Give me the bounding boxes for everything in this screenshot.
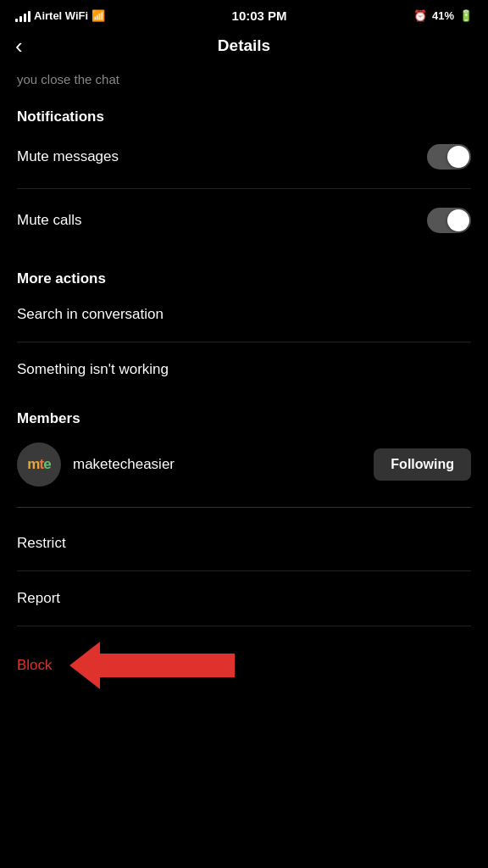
toggle-knob-2 xyxy=(447,209,469,231)
status-left: Airtel WiFi 📶 xyxy=(15,9,105,22)
restrict-row[interactable]: Restrict xyxy=(17,516,471,570)
status-time: 10:03 PM xyxy=(232,8,287,23)
content-area: you close the chat Notifications Mute me… xyxy=(0,67,488,393)
avatar: mte xyxy=(17,442,61,487)
signal-icon xyxy=(15,10,30,22)
mute-messages-toggle[interactable] xyxy=(427,144,471,170)
members-title: Members xyxy=(17,402,471,431)
block-row[interactable]: Block xyxy=(17,626,471,704)
search-in-conversation-row[interactable]: Search in conversation xyxy=(17,291,471,338)
something-not-working-row[interactable]: Something isn't working xyxy=(17,346,471,393)
arrow-annotation xyxy=(69,642,235,689)
arrow-head xyxy=(69,642,100,689)
status-bar: Airtel WiFi 📶 10:03 PM ⏰ 41% 🔋 xyxy=(0,0,488,28)
block-label: Block xyxy=(17,657,53,674)
wifi-icon: 📶 xyxy=(92,9,105,22)
mute-messages-row: Mute messages xyxy=(17,129,471,185)
divider-2 xyxy=(17,342,471,342)
arrow-shape xyxy=(69,642,235,689)
mute-calls-toggle[interactable] xyxy=(427,208,471,233)
arrow-body xyxy=(99,654,235,677)
report-row[interactable]: Report xyxy=(17,571,471,626)
divider-1 xyxy=(17,188,471,189)
following-button[interactable]: Following xyxy=(374,448,471,481)
notifications-section: Notifications Mute messages Mute calls xyxy=(17,100,471,248)
faded-description: you close the chat xyxy=(17,67,471,100)
alarm-icon: ⏰ xyxy=(413,9,427,22)
bottom-actions: Restrict Report Block xyxy=(0,516,488,704)
notifications-title: Notifications xyxy=(17,100,471,129)
back-button[interactable]: ‹ xyxy=(15,33,23,59)
mute-calls-row: Mute calls xyxy=(17,192,471,248)
more-actions-title: More actions xyxy=(17,262,471,291)
toggle-knob xyxy=(447,146,469,168)
battery-label: 41% xyxy=(432,9,454,22)
member-row: mte maketecheasier Following xyxy=(17,431,471,498)
members-divider xyxy=(17,507,471,508)
carrier-label: Airtel WiFi xyxy=(34,9,88,22)
more-actions-section: More actions Search in conversation Some… xyxy=(17,262,471,393)
member-name: maketecheasier xyxy=(73,456,374,473)
mute-messages-label: Mute messages xyxy=(17,148,119,165)
battery-icon: 🔋 xyxy=(459,9,473,22)
header: ‹ Details xyxy=(0,28,488,67)
status-right: ⏰ 41% 🔋 xyxy=(413,9,473,22)
page-title: Details xyxy=(218,36,270,55)
mute-calls-label: Mute calls xyxy=(17,212,82,229)
members-section: Members mte maketecheasier Following xyxy=(0,393,488,508)
